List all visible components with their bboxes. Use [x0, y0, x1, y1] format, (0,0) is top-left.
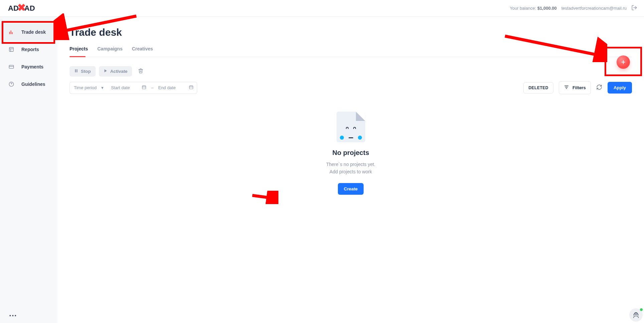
page-title: Trade desk: [70, 27, 632, 38]
sidebar-item-reports[interactable]: Reports: [0, 41, 57, 58]
sidebar: Trade desk Reports Payments Guidelines: [0, 17, 57, 323]
logo-x-icon: ✖: [17, 4, 26, 11]
calendar-icon: [189, 85, 194, 91]
topbar: AD ✖ AD Your balance: $1,000.00 testadve…: [0, 0, 644, 17]
placeholder: Start date: [111, 85, 132, 90]
support-fab[interactable]: [629, 308, 643, 322]
sidebar-item-payments[interactable]: Payments: [0, 58, 57, 75]
balance: Your balance: $1,000.00: [510, 6, 556, 11]
end-date-input[interactable]: End date: [158, 85, 194, 91]
date-separator: –: [149, 85, 155, 90]
button-label: Create: [344, 186, 358, 191]
trash-icon: [138, 68, 143, 74]
refresh-button[interactable]: [596, 84, 602, 91]
content-wrap: Trade desk Reports Payments Guidelines: [0, 17, 644, 323]
logout-icon[interactable]: [631, 5, 637, 12]
deleted-button[interactable]: DELETED: [523, 82, 553, 94]
empty-illustration: [337, 112, 365, 142]
svg-rect-4: [9, 47, 13, 51]
create-button[interactable]: Create: [338, 183, 364, 195]
placeholder: End date: [158, 85, 179, 90]
sidebar-item-label: Trade desk: [21, 29, 46, 35]
credit-card-icon: [9, 64, 15, 69]
svg-marker-13: [104, 69, 107, 72]
app-logo[interactable]: AD ✖ AD: [8, 4, 35, 13]
layout-icon: [9, 47, 15, 52]
filters-right: DELETED Filters Apply: [523, 81, 632, 94]
online-status-dot: [640, 308, 643, 311]
empty-title: No projects: [70, 149, 632, 157]
tab-label: Campaigns: [97, 46, 122, 51]
user-email[interactable]: testadvertforcreationcam@mail.ru: [561, 6, 627, 11]
sidebar-item-label: Payments: [21, 64, 43, 69]
add-fab[interactable]: [617, 55, 630, 69]
button-label: Apply: [614, 85, 626, 90]
date-range: Start date – End date: [108, 82, 197, 94]
button-label: DELETED: [528, 86, 548, 90]
balance-value: $1,000.00: [537, 6, 557, 11]
button-label: Activate: [110, 69, 128, 74]
svg-rect-14: [142, 86, 146, 89]
delete-button[interactable]: [135, 66, 146, 76]
svg-rect-12: [77, 69, 78, 72]
empty-state: No projects There`s no projects yet. Add…: [70, 112, 632, 195]
activate-button[interactable]: Activate: [99, 66, 132, 76]
sidebar-item-trade-desk[interactable]: Trade desk: [0, 23, 57, 41]
plus-icon: [621, 59, 626, 65]
calendar-icon: [142, 85, 146, 91]
topbar-right: Your balance: $1,000.00 testadvertforcre…: [510, 5, 637, 12]
main: Trade desk Projects Campaigns Creatives …: [57, 17, 644, 323]
tab-label: Projects: [70, 46, 88, 51]
sidebar-item-label: Guidelines: [21, 82, 45, 87]
time-period-select[interactable]: Time period ▾: [70, 82, 108, 94]
play-icon: [104, 69, 108, 74]
filters-button[interactable]: Filters: [559, 81, 591, 94]
button-label: Filters: [572, 85, 586, 90]
tab-label: Creatives: [132, 46, 153, 51]
svg-rect-18: [189, 86, 193, 89]
logo-ad-right: AD: [24, 4, 35, 13]
help-circle-icon: [9, 82, 15, 87]
sidebar-item-guidelines[interactable]: Guidelines: [0, 75, 57, 93]
svg-rect-7: [9, 65, 13, 68]
filters-left: Time period ▾ Start date – End date: [70, 82, 197, 94]
select-value: Time period: [74, 85, 97, 90]
tab-creatives[interactable]: Creatives: [132, 44, 153, 57]
filter-icon: [564, 85, 569, 91]
svg-point-25: [635, 313, 637, 315]
pause-icon: [74, 69, 78, 74]
empty-subtitle: There`s no projects yet. Add projects to…: [70, 161, 632, 176]
start-date-input[interactable]: Start date: [111, 85, 146, 91]
filters-row: Time period ▾ Start date – End date: [70, 81, 632, 94]
chevron-down-icon: ▾: [101, 85, 104, 90]
apply-button[interactable]: Apply: [608, 82, 632, 94]
tabs: Projects Campaigns Creatives: [70, 44, 632, 57]
sidebar-more-icon[interactable]: •••: [9, 313, 17, 318]
bar-chart-icon: [9, 29, 15, 35]
bulk-actions: Stop Activate: [70, 66, 632, 76]
sidebar-item-label: Reports: [21, 47, 39, 52]
svg-rect-11: [75, 69, 76, 72]
balance-label: Your balance:: [510, 6, 537, 11]
stop-button[interactable]: Stop: [70, 66, 96, 76]
button-label: Stop: [81, 69, 91, 74]
tab-campaigns[interactable]: Campaigns: [97, 44, 122, 57]
tab-projects[interactable]: Projects: [70, 44, 88, 57]
